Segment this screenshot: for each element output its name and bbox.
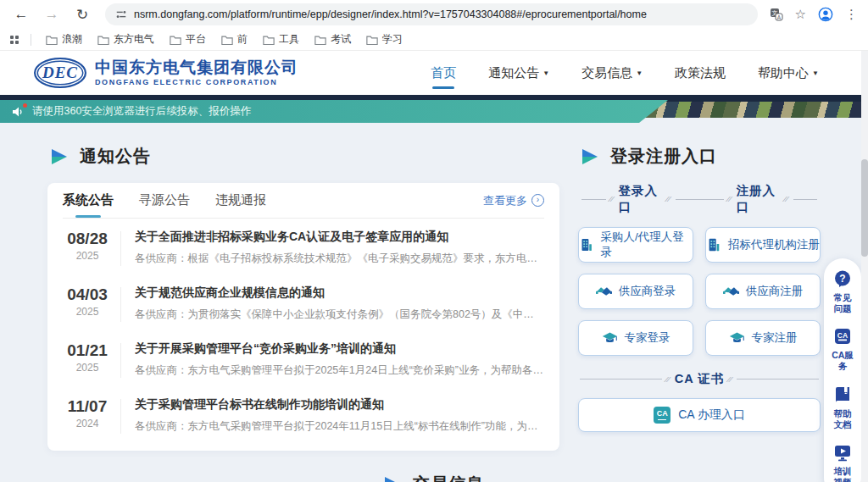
supplier-register-button[interactable]: 供应商注册 bbox=[705, 274, 821, 309]
notice-list-item[interactable]: 01/21 2025 关于开展采购管理平台“竞价采购业务”培训的通知 各供应商：… bbox=[63, 330, 544, 386]
training-videos-shortcut[interactable]: 培训视频 bbox=[824, 442, 861, 482]
chrome-menu-icon[interactable]: ⋮ bbox=[845, 7, 858, 22]
login-group-label: ⁄⁄ 登录入口 ⁄⁄ bbox=[581, 183, 699, 215]
faq-shortcut[interactable]: ? 常见问题 bbox=[824, 269, 861, 314]
expert-register-button[interactable]: 专家注册 bbox=[705, 320, 821, 356]
apps-grid-icon[interactable] bbox=[10, 36, 19, 44]
notice-title[interactable]: 关于全面推进非招标采购业务CA认证及电子签章应用的通知 bbox=[135, 230, 544, 245]
graduation-cap-icon bbox=[729, 331, 745, 346]
nav-trade-info[interactable]: 交易信息 ▼ bbox=[581, 65, 643, 81]
forward-button[interactable]: → bbox=[41, 3, 63, 25]
notice-desc: 各供应商：东方电气采购管理平台拟于2024年11月15日上线“标书在线制作”功能… bbox=[135, 419, 544, 434]
notice-title[interactable]: 关于开展采购管理平台“竞价采购业务”培训的通知 bbox=[135, 341, 544, 357]
notice-title[interactable]: 关于采购管理平台标书在线制作功能培训的通知 bbox=[135, 397, 544, 413]
address-bar[interactable]: nsrm.dongfang.com/platform/runtime/epp/d… bbox=[105, 3, 758, 25]
speaker-icon bbox=[12, 106, 25, 118]
notice-title[interactable]: 关于规范供应商企业规模信息的通知 bbox=[135, 285, 544, 301]
reload-button[interactable]: ↻ bbox=[71, 3, 93, 25]
translate-icon[interactable]: 文 A bbox=[770, 8, 783, 21]
trade-section-header: 交易信息 bbox=[47, 473, 821, 482]
browser-toolbar: ← → ↻ nsrm.dongfang.com/platform/runtime… bbox=[0, 0, 868, 29]
site-settings-icon[interactable] bbox=[115, 8, 127, 20]
help-docs-shortcut[interactable]: 帮助文档 bbox=[824, 385, 861, 430]
view-more-link[interactable]: 查看更多 › bbox=[483, 193, 544, 208]
chevron-down-icon: ▼ bbox=[812, 69, 819, 77]
purchaser-agent-login-button[interactable]: 采购人/代理人登录 bbox=[578, 227, 693, 263]
notice-date: 11/07 2024 bbox=[63, 397, 112, 429]
notice-list-item[interactable]: 04/03 2025 关于规范供应商企业规模信息的通知 各供应商：为贯彻落实《保… bbox=[63, 274, 544, 330]
bookmark-folder[interactable]: 学习 bbox=[366, 32, 403, 47]
floating-side-menu: ? 常见问题 CA CA服务 bbox=[824, 258, 861, 482]
register-group-label: ⁄⁄ 注册入口 ⁄⁄ bbox=[699, 183, 817, 215]
bookmark-folder[interactable]: 东方电气 bbox=[97, 32, 154, 47]
section-title: 通知公告 bbox=[80, 145, 151, 168]
back-button[interactable]: ← bbox=[10, 3, 32, 25]
bookmark-folder[interactable]: 平台 bbox=[170, 32, 206, 47]
notice-desc: 各供应商：根据《电子招标投标系统技术规范》《电子采购交易规范》要求，东方电气采购… bbox=[135, 252, 544, 266]
bookmark-folder[interactable]: 工具 bbox=[263, 32, 299, 47]
login-section-header: 登录注册入口 bbox=[581, 145, 821, 168]
ca-apply-button[interactable]: CA CA 办理入口 bbox=[578, 398, 821, 432]
help-doc-icon bbox=[832, 385, 853, 405]
divider bbox=[120, 287, 121, 322]
divider bbox=[120, 231, 121, 266]
nav-notices[interactable]: 通知公告 ▼ bbox=[488, 65, 549, 81]
bookmark-folder[interactable]: 前 bbox=[221, 32, 248, 47]
bookmark-star-icon[interactable]: ☆ bbox=[795, 7, 806, 22]
tab-system-notices[interactable]: 系统公告 bbox=[63, 183, 114, 218]
notice-list-item[interactable]: 08/28 2025 关于全面推进非招标采购业务CA认证及电子签章应用的通知 各… bbox=[63, 219, 544, 274]
bookmarks-bar: 浪潮 东方电气 平台 前 工具 考试 学习 bbox=[0, 29, 868, 51]
expert-login-button[interactable]: 专家登录 bbox=[578, 320, 693, 356]
notice-bar-text: 请使用360安全浏览器进行后续投标、报价操作 bbox=[32, 104, 251, 119]
supplier-login-button[interactable]: 供应商登录 bbox=[578, 274, 693, 309]
profile-avatar-icon[interactable] bbox=[818, 7, 833, 22]
handshake-icon bbox=[596, 285, 612, 299]
bookmark-folder[interactable]: 浪潮 bbox=[46, 32, 82, 47]
notice-date: 08/28 2025 bbox=[63, 230, 112, 262]
section-title: 登录注册入口 bbox=[610, 145, 717, 168]
notices-section-header: 通知公告 bbox=[51, 145, 559, 168]
ca-service-shortcut[interactable]: CA CA服务 bbox=[824, 326, 861, 372]
notice-tabs: 系统公告 寻源公告 违规通报 查看更多 › bbox=[63, 183, 544, 219]
notice-list-item[interactable]: 11/07 2024 关于采购管理平台标书在线制作功能培训的通知 各供应商：东方… bbox=[63, 386, 544, 442]
notice-desc: 各供应商：为贯彻落实《保障中小企业款项支付条例》（国务院令第802号）及《中小企… bbox=[135, 307, 544, 322]
alert-dot bbox=[23, 103, 27, 108]
ca-icon: CA bbox=[654, 407, 670, 424]
chevron-down-icon: ▼ bbox=[542, 69, 549, 77]
nav-help-center[interactable]: 帮助中心 ▼ bbox=[758, 65, 819, 81]
section-arrow-icon bbox=[581, 149, 598, 164]
handshake-icon bbox=[723, 285, 739, 299]
nav-policies[interactable]: 政策法规 bbox=[675, 65, 726, 81]
divider bbox=[31, 34, 31, 46]
divider bbox=[120, 343, 121, 378]
scrollbar-thumb[interactable] bbox=[861, 159, 868, 257]
tab-violation-reports[interactable]: 违规通报 bbox=[215, 183, 266, 218]
divider bbox=[120, 399, 121, 434]
bookmark-folder[interactable]: 考试 bbox=[314, 32, 351, 47]
ca-icon: CA bbox=[832, 326, 853, 346]
chevron-down-icon: ▼ bbox=[636, 69, 643, 77]
browser-notice-ribbon: 请使用360安全浏览器进行后续投标、报价操作 bbox=[0, 100, 668, 123]
question-icon: ? bbox=[832, 269, 853, 289]
section-arrow-icon bbox=[384, 477, 401, 482]
page-scrollbar[interactable] bbox=[861, 51, 868, 482]
company-logo[interactable]: DEC 中国东方电气集团有限公司 DONGFANG ELECTRIC CORPO… bbox=[34, 58, 298, 88]
bidding-agency-register-button[interactable]: 招标代理机构注册 bbox=[705, 227, 821, 263]
site-header: DEC 中国东方电气集团有限公司 DONGFANG ELECTRIC CORPO… bbox=[0, 51, 868, 95]
notice-date: 04/03 2025 bbox=[63, 285, 112, 318]
nav-home[interactable]: 首页 bbox=[431, 65, 456, 81]
company-name-en: DONGFANG ELECTRIC CORPORATION bbox=[95, 78, 298, 86]
main-nav: 首页 通知公告 ▼ 交易信息 ▼ 政策法规 帮助中心 ▼ bbox=[431, 65, 819, 81]
svg-text:?: ? bbox=[839, 273, 845, 285]
notice-desc: 各供应商：东方电气采购管理平台拟于2025年1月24日上线“竞价采购”业务，为帮… bbox=[135, 363, 544, 378]
notice-date: 01/21 2025 bbox=[63, 341, 112, 374]
chevron-right-circle-icon: › bbox=[531, 194, 544, 207]
url-text[interactable]: nsrm.dongfang.com/platform/runtime/epp/d… bbox=[134, 8, 647, 20]
page-content: 通知公告 系统公告 寻源公告 违规通报 查看更多 › bbox=[0, 123, 868, 482]
training-video-icon bbox=[832, 442, 853, 463]
tab-sourcing-notices[interactable]: 寻源公告 bbox=[139, 183, 190, 218]
building-icon bbox=[706, 237, 721, 252]
svg-text:A: A bbox=[776, 14, 781, 20]
ca-group-label: ⁄⁄ CA 证书 ⁄⁄ bbox=[580, 371, 819, 387]
banner-strip: 请使用360安全浏览器进行后续投标、报价操作 bbox=[0, 95, 868, 123]
